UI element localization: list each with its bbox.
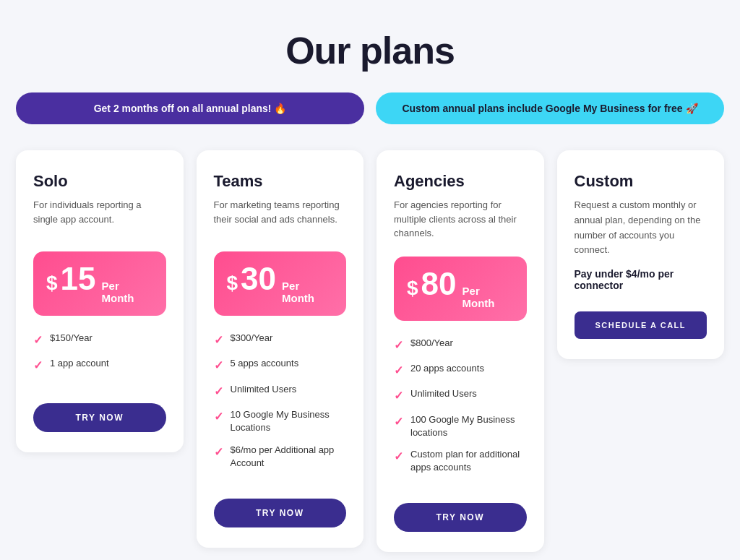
feature-item: ✓Custom plan for additional apps account… xyxy=(394,448,527,474)
plan-card-teams: Teams For marketing teams reporting thei… xyxy=(197,150,364,548)
check-icon: ✓ xyxy=(214,409,223,425)
plan-name-custom: Custom xyxy=(575,172,707,191)
pricing-cards: Solo For individuals reporting a single … xyxy=(16,150,724,552)
check-icon: ✓ xyxy=(214,384,223,400)
features-teams: ✓$300/Year✓5 apps accounts✓Unlimited Use… xyxy=(214,332,347,478)
check-icon: ✓ xyxy=(214,444,223,460)
plan-desc-teams: For marketing teams reporting their soci… xyxy=(214,198,347,236)
feature-text: $150/Year xyxy=(50,332,92,345)
feature-item: ✓1 app account xyxy=(33,357,166,374)
price-symbol-agencies: $ xyxy=(407,277,418,300)
plan-card-solo: Solo For individuals reporting a single … xyxy=(16,150,184,452)
plan-name-agencies: Agencies xyxy=(394,172,527,191)
try-now-button-agencies[interactable]: TRY NOW xyxy=(394,503,527,532)
check-icon: ✓ xyxy=(214,358,223,374)
plan-desc-custom: Request a custom monthly or annual plan,… xyxy=(575,198,707,258)
feature-text: 1 app account xyxy=(50,357,109,370)
feature-item: ✓100 Google My Business locations xyxy=(394,413,527,439)
check-icon: ✓ xyxy=(214,332,223,348)
price-box-teams: $ 30 Per Month xyxy=(214,251,347,316)
plan-desc-agencies: For agencies reporting for multiple clie… xyxy=(394,198,527,241)
feature-item: ✓5 apps accounts xyxy=(214,357,347,374)
feature-item: ✓$6/mo per Additional app Account xyxy=(214,444,347,470)
price-symbol-teams: $ xyxy=(227,272,238,295)
feature-text: 5 apps accounts xyxy=(231,357,299,370)
price-amount-agencies: 80 xyxy=(421,268,457,300)
feature-item: ✓10 Google My Business Locations xyxy=(214,408,347,434)
features-agencies: ✓$800/Year✓20 apps accounts✓Unlimited Us… xyxy=(394,337,527,483)
check-icon: ✓ xyxy=(33,332,43,348)
plan-card-custom: Custom Request a custom monthly or annua… xyxy=(557,150,725,359)
price-period-agencies: Per Month xyxy=(462,285,514,309)
plan-desc-solo: For individuals reporting a single app a… xyxy=(33,198,166,236)
google-business-banner[interactable]: Custom annual plans include Google My Bu… xyxy=(376,92,724,124)
feature-text: $6/mo per Additional app Account xyxy=(231,444,347,470)
feature-text: Unlimited Users xyxy=(231,383,297,396)
price-period-teams: Per Month xyxy=(282,280,333,304)
plan-pay-note-custom: Pay under $4/mo per connector xyxy=(575,268,707,291)
try-now-button-solo[interactable]: TRY NOW xyxy=(33,403,166,432)
page-title: Our plans xyxy=(285,29,455,72)
feature-item: ✓$150/Year xyxy=(33,332,166,348)
feature-text: $800/Year xyxy=(410,337,453,350)
price-amount-solo: 15 xyxy=(61,263,96,295)
check-icon: ✓ xyxy=(394,337,403,353)
feature-item: ✓$800/Year xyxy=(394,337,527,353)
try-now-button-teams[interactable]: TRY NOW xyxy=(214,499,347,527)
plan-name-solo: Solo xyxy=(33,172,166,191)
check-icon: ✓ xyxy=(394,363,403,379)
annual-discount-banner[interactable]: Get 2 months off on all annual plans! 🔥 xyxy=(16,92,364,124)
feature-item: ✓20 apps accounts xyxy=(394,362,527,379)
price-box-agencies: $ 80 Per Month xyxy=(394,257,527,321)
plan-name-teams: Teams xyxy=(214,172,347,191)
feature-item: ✓$300/Year xyxy=(214,332,347,348)
feature-text: Unlimited Users xyxy=(410,387,477,400)
price-symbol-solo: $ xyxy=(46,272,58,295)
price-amount-teams: 30 xyxy=(241,263,276,295)
feature-item: ✓Unlimited Users xyxy=(214,383,347,400)
feature-text: $300/Year xyxy=(231,332,273,345)
banner-row: Get 2 months off on all annual plans! 🔥 … xyxy=(16,92,724,124)
feature-text: 10 Google My Business Locations xyxy=(231,408,347,434)
check-icon: ✓ xyxy=(394,388,403,404)
feature-text: 100 Google My Business locations xyxy=(410,413,527,439)
check-icon: ✓ xyxy=(33,358,43,374)
schedule-call-button[interactable]: SCHEDULE A CALL xyxy=(575,311,707,339)
feature-text: Custom plan for additional apps accounts xyxy=(410,448,527,474)
price-period-solo: Per Month xyxy=(102,280,153,304)
check-icon: ✓ xyxy=(394,414,403,430)
check-icon: ✓ xyxy=(394,449,403,465)
plan-card-agencies: Agencies For agencies reporting for mult… xyxy=(377,150,544,552)
features-solo: ✓$150/Year✓1 app account xyxy=(33,332,166,383)
feature-text: 20 apps accounts xyxy=(410,362,484,375)
feature-item: ✓Unlimited Users xyxy=(394,387,527,404)
price-box-solo: $ 15 Per Month xyxy=(33,251,166,316)
